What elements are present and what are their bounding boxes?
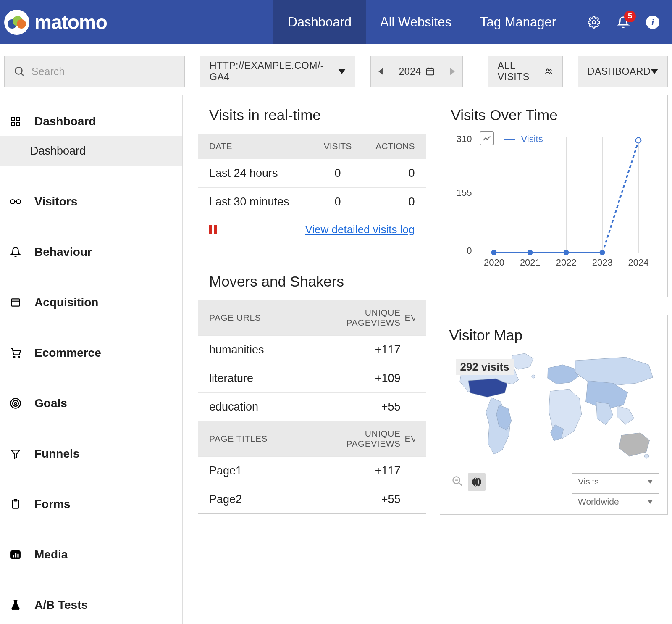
info-icon[interactable]: i [646, 16, 659, 29]
widget-visits-over-time: Visits Over Time Visits 310 155 0 [440, 95, 668, 297]
top-nav: matomo Dashboard All Websites Tag Manage… [0, 0, 672, 44]
th-unique-pageviews: UNIQUE PAGEVIEWS [313, 429, 401, 449]
sidebar-item-acquisition[interactable]: Acquisition [0, 288, 182, 317]
cart-icon [8, 346, 23, 360]
table-row[interactable]: humanities+117 [198, 335, 426, 364]
widget-movers: Movers and Shakers PAGE URLS UNIQUE PAGE… [198, 261, 426, 514]
map-controls: Visits Worldwide [449, 473, 659, 510]
table-row[interactable]: Page2+55 [198, 485, 426, 513]
sidebar-item-dashboard[interactable]: Dashboard [0, 107, 182, 136]
th-extra: EV [405, 313, 415, 323]
notification-badge: 5 [624, 11, 636, 22]
svg-rect-27 [13, 555, 14, 558]
svg-point-22 [15, 403, 17, 405]
map-metric-select[interactable]: Visits [572, 473, 659, 490]
segment-label: ALL VISITS [498, 60, 540, 83]
widget-realtime: Visits in real-time DATE VISITS ACTIONS … [198, 95, 426, 243]
cell-date: Last 30 minutes [209, 195, 312, 208]
table-header: PAGE URLS UNIQUE PAGEVIEWS EV [198, 300, 426, 335]
data-point[interactable] [528, 250, 533, 255]
sidebar-item-label: Ecommerce [34, 346, 101, 360]
th-page-urls: PAGE URLS [209, 313, 309, 323]
dashboard-icon [8, 114, 23, 129]
svg-point-8 [550, 70, 551, 71]
sidebar-item-ecommerce[interactable]: Ecommerce [0, 338, 182, 368]
sidebar-item-label: Media [34, 548, 68, 561]
map-visits-badge: 292 visits [456, 359, 514, 375]
table-row[interactable]: education+55 [198, 392, 426, 421]
pause-icon[interactable] [209, 225, 217, 234]
dashboard-selector[interactable]: DASHBOARD [578, 56, 668, 87]
chevron-left-icon [378, 68, 383, 75]
sidebar-item-media[interactable]: Media [0, 540, 182, 569]
logo[interactable]: matomo [4, 10, 107, 35]
date-next-button[interactable] [442, 56, 462, 87]
data-point[interactable] [600, 250, 605, 255]
svg-rect-28 [15, 553, 16, 558]
xtick: 2021 [512, 257, 548, 268]
map-area[interactable]: 292 visits [449, 347, 659, 471]
cell-actions: 0 [363, 195, 415, 208]
settings-icon[interactable] [587, 16, 601, 29]
topnav-all-websites[interactable]: All Websites [366, 0, 466, 44]
svg-point-13 [10, 200, 15, 204]
sidebar-item-abtests[interactable]: A/B Tests [0, 590, 182, 620]
map-region-select[interactable]: Worldwide [572, 493, 659, 510]
date-value: 2024 [399, 66, 421, 77]
cell-date: Last 24 hours [209, 167, 312, 180]
bell-icon [8, 245, 23, 259]
data-point[interactable] [491, 250, 497, 255]
notifications-icon[interactable]: 5 [617, 16, 630, 29]
widget-title: Visits in real-time [198, 95, 426, 134]
sidebar-item-label: Visitors [34, 195, 77, 208]
svg-point-19 [18, 356, 19, 358]
sidebar-item-forms[interactable]: Forms [0, 490, 182, 519]
date-prev-button[interactable] [371, 56, 391, 87]
th-actions: ACTIONS [363, 141, 415, 151]
sidebar-item-funnels[interactable]: Funnels [0, 439, 182, 469]
chevron-down-icon [338, 69, 346, 74]
cell-visits: 0 [312, 167, 363, 180]
topnav-links: Dashboard All Websites Tag Manager [273, 0, 570, 44]
svg-rect-11 [11, 122, 15, 126]
search-icon [14, 66, 25, 77]
data-point[interactable] [635, 137, 642, 144]
svg-marker-23 [11, 450, 20, 458]
th-extra: EV [405, 434, 415, 444]
search-box[interactable] [4, 56, 185, 87]
th-unique-pageviews: UNIQUE PAGEVIEWS [313, 308, 401, 328]
controls-row: HTTP://EXAMPLE.COM/- GA4 2024 ALL VISITS… [0, 44, 672, 95]
th-date: DATE [209, 141, 312, 151]
widget-title: Movers and Shakers [198, 261, 426, 300]
search-input[interactable] [32, 66, 175, 78]
dashboard-selector-label: DASHBOARD [588, 66, 651, 77]
view-visits-log-link[interactable]: View detailed visits log [305, 223, 415, 236]
flask-icon [8, 598, 23, 612]
chart-icon [8, 548, 23, 562]
chevron-down-icon [648, 480, 653, 484]
xtick: 2024 [620, 257, 656, 268]
table-row[interactable]: literature+109 [198, 364, 426, 392]
sidebar-sub-dashboard[interactable]: Dashboard [0, 136, 182, 166]
sidebar-item-visitors[interactable]: Visitors [0, 187, 182, 216]
data-point[interactable] [564, 250, 569, 255]
th-page-titles: PAGE TITLES [209, 434, 309, 444]
zoom-out-button[interactable] [449, 473, 465, 489]
browser-icon [8, 295, 23, 310]
xtick: 2022 [548, 257, 584, 268]
chart-plot[interactable] [476, 137, 657, 253]
sidebar-item-goals[interactable]: Goals [0, 389, 182, 418]
segment-selector[interactable]: ALL VISITS [488, 56, 563, 87]
table-row[interactable]: Page1+117 [198, 456, 426, 485]
topnav-tag-manager[interactable]: Tag Manager [466, 0, 570, 44]
svg-line-35 [459, 483, 462, 486]
date-selector[interactable]: 2024 [370, 56, 463, 87]
chevron-down-icon [651, 69, 658, 74]
site-selector[interactable]: HTTP://EXAMPLE.COM/- GA4 [200, 56, 355, 87]
sidebar-item-behaviour[interactable]: Behaviour [0, 237, 182, 267]
sidebar-item-label: Funnels [34, 447, 79, 461]
fullscreen-map-button[interactable] [468, 473, 486, 491]
people-icon [545, 67, 553, 76]
topnav-dashboard[interactable]: Dashboard [273, 0, 366, 44]
svg-point-33 [531, 375, 535, 378]
